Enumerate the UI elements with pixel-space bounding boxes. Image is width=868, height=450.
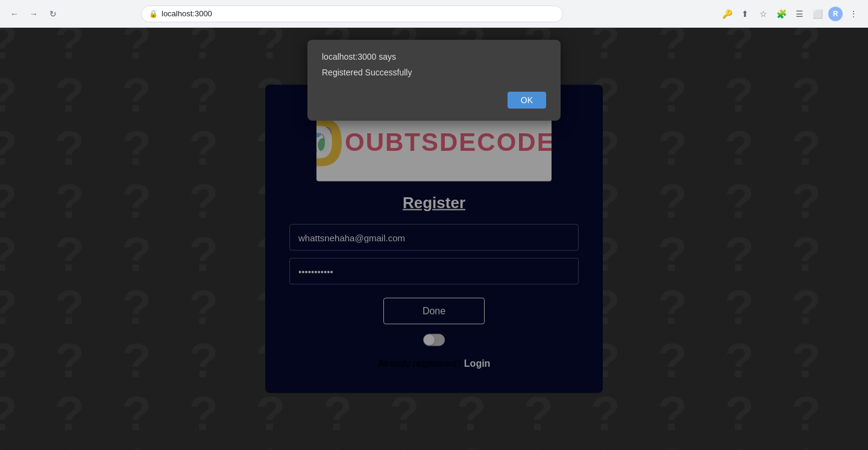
address-bar[interactable]: 🔒 localhost:3000: [141, 5, 563, 22]
dialog-origin: localhost:3000 says: [322, 52, 546, 62]
browser-actions: 🔑 ⬆ ☆ 🧩 ☰ ⬜ R ⋮: [720, 7, 861, 21]
profile-icon[interactable]: ☰: [792, 7, 807, 21]
password-manager-icon[interactable]: 🔑: [720, 7, 734, 21]
dialog-ok-button[interactable]: OK: [508, 92, 546, 109]
reload-button[interactable]: ↻: [46, 7, 60, 21]
page-content: OUBTSDECODER Register Done Already regis…: [0, 28, 868, 450]
dialog-overlay: localhost:3000 says Registered Successfu…: [0, 28, 868, 450]
bookmark-icon[interactable]: ☆: [756, 7, 770, 21]
url-text: localhost:3000: [162, 9, 212, 18]
menu-icon[interactable]: ⋮: [846, 7, 861, 21]
extension-icon[interactable]: 🧩: [774, 7, 788, 21]
dialog-message: Registered Successfully: [322, 68, 546, 77]
lock-icon: 🔒: [149, 10, 158, 18]
window-icon[interactable]: ⬜: [810, 7, 825, 21]
forward-button[interactable]: →: [27, 7, 41, 21]
browser-chrome: ← → ↻ 🔒 localhost:3000 🔑 ⬆ ☆ 🧩 ☰ ⬜ R ⋮: [0, 0, 868, 28]
share-icon[interactable]: ⬆: [738, 7, 752, 21]
avatar[interactable]: R: [828, 7, 843, 21]
dialog-box: localhost:3000 says Registered Successfu…: [307, 40, 561, 121]
back-button[interactable]: ←: [7, 7, 22, 21]
dialog-footer: OK: [322, 92, 546, 109]
